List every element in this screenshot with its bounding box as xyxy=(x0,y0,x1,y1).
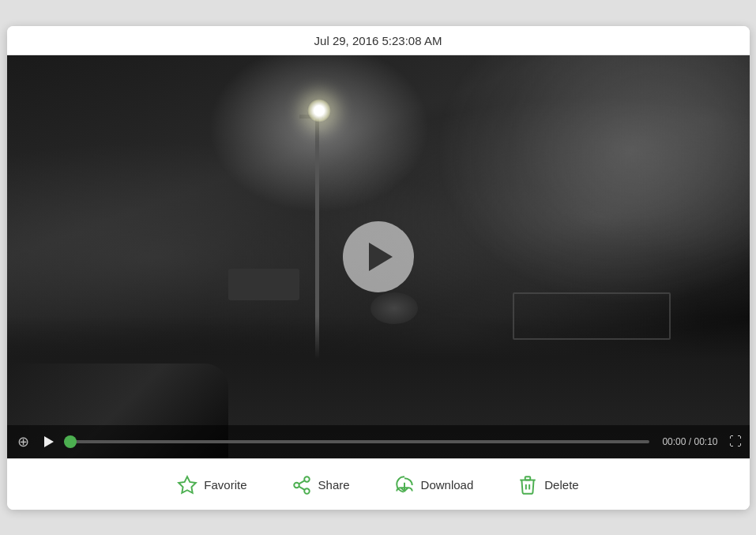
play-icon xyxy=(44,436,54,447)
action-bar: Favorite Share Download xyxy=(7,458,750,510)
svg-point-2 xyxy=(294,482,299,488)
favorite-button[interactable]: Favorite xyxy=(171,472,253,499)
fence xyxy=(513,292,671,340)
download-button[interactable]: Download xyxy=(388,472,480,499)
svg-point-1 xyxy=(304,477,310,482)
trash-icon xyxy=(517,475,538,495)
street-light xyxy=(307,99,331,122)
progress-dot[interactable] xyxy=(64,435,77,448)
download-label: Download xyxy=(421,478,474,492)
timestamp-bar: Jul 29, 2016 5:23:08 AM xyxy=(7,26,750,55)
svg-point-3 xyxy=(304,488,310,494)
share-label: Share xyxy=(318,478,350,492)
play-overlay-button[interactable] xyxy=(343,221,414,292)
time-display: 00:00 / 00:10 xyxy=(662,436,717,447)
play-triangle-icon xyxy=(369,243,393,271)
progress-container[interactable] xyxy=(64,440,650,443)
bush xyxy=(370,292,418,324)
svg-marker-0 xyxy=(179,477,197,493)
fullscreen-icon[interactable]: ⛶ xyxy=(729,435,742,449)
favorite-label: Favorite xyxy=(204,478,246,492)
delete-label: Delete xyxy=(544,478,578,492)
zoom-icon[interactable]: ⊕ xyxy=(15,433,32,450)
bench xyxy=(228,269,299,300)
timestamp-text: Jul 29, 2016 5:23:08 AM xyxy=(314,34,442,47)
download-icon xyxy=(394,475,415,495)
delete-button[interactable]: Delete xyxy=(511,472,585,499)
svg-rect-7 xyxy=(525,477,531,480)
share-button[interactable]: Share xyxy=(285,472,356,499)
svg-line-4 xyxy=(299,486,304,489)
video-area: ⊕ 00:00 / 00:10 ⛶ xyxy=(7,55,750,458)
share-icon xyxy=(291,475,312,495)
play-button[interactable] xyxy=(39,432,58,451)
controls-bar: ⊕ 00:00 / 00:10 ⛶ xyxy=(7,425,750,458)
svg-line-5 xyxy=(299,480,304,484)
progress-track[interactable] xyxy=(64,440,650,443)
star-icon xyxy=(177,475,197,495)
player-container: Jul 29, 2016 5:23:08 AM ⊕ xyxy=(7,26,750,510)
